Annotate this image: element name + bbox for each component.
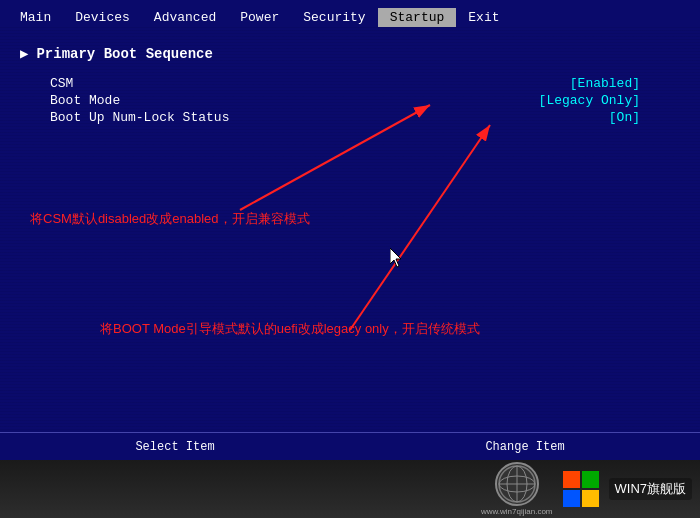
taskbar: www.win7qijian.com WIN7旗舰版 <box>0 460 700 518</box>
win-logo-yellow <box>582 490 599 507</box>
setting-value-numlock: [On] <box>609 110 640 125</box>
annotation-bottom: 将BOOT Mode引导模式默认的uefi改成legacy only，开启传统模… <box>100 320 480 338</box>
setting-label-numlock: Boot Up Num-Lock Status <box>50 110 229 125</box>
mouse-cursor <box>390 248 406 273</box>
globe-icon: www.win7qijian.com <box>481 462 553 516</box>
section-title: Primary Boot Sequence <box>36 46 212 62</box>
win-logo-blue <box>563 490 580 507</box>
annotation-left: 将CSM默认disabled改成enabled，开启兼容模式 <box>30 210 310 228</box>
website-url: www.win7qijian.com <box>481 507 553 516</box>
setting-label-csm: CSM <box>50 76 73 91</box>
setting-row-bootmode[interactable]: Boot Mode [Legacy Only] <box>50 93 680 108</box>
setting-row-csm[interactable]: CSM [Enabled] <box>50 76 680 91</box>
win7-badge: WIN7旗舰版 <box>609 478 693 500</box>
setting-label-bootmode: Boot Mode <box>50 93 120 108</box>
menu-item-advanced[interactable]: Advanced <box>142 8 228 27</box>
globe-graphic <box>495 462 539 506</box>
svg-line-2 <box>350 125 490 330</box>
menu-item-security[interactable]: Security <box>291 8 377 27</box>
bios-bottom-select: Select Item <box>135 440 214 454</box>
triangle-icon: ▶ <box>20 45 28 62</box>
svg-marker-3 <box>390 248 401 267</box>
bios-bottom-change: Change Item <box>485 440 564 454</box>
taskbar-right: www.win7qijian.com WIN7旗舰版 <box>481 462 692 516</box>
setting-value-bootmode: [Legacy Only] <box>539 93 640 108</box>
menu-bar: Main Devices Advanced Power Security Sta… <box>0 0 700 27</box>
win-logo-red <box>563 471 580 488</box>
win-logo-green <box>582 471 599 488</box>
section-header: ▶ Primary Boot Sequence <box>20 45 680 62</box>
menu-item-main[interactable]: Main <box>8 8 63 27</box>
setting-value-csm: [Enabled] <box>570 76 640 91</box>
settings-list: CSM [Enabled] Boot Mode [Legacy Only] Bo… <box>20 76 680 125</box>
setting-row-numlock[interactable]: Boot Up Num-Lock Status [On] <box>50 110 680 125</box>
menu-item-exit[interactable]: Exit <box>456 8 511 27</box>
bios-content: ▶ Primary Boot Sequence CSM [Enabled] Bo… <box>0 27 700 125</box>
menu-items: Main Devices Advanced Power Security Sta… <box>0 8 512 27</box>
menu-item-devices[interactable]: Devices <box>63 8 142 27</box>
bios-bottom-bar: Select Item Change Item <box>0 432 700 460</box>
windows-logo <box>563 471 599 507</box>
bios-screen: Lenovo BIOS Setup Utility Main Devices A… <box>0 0 700 460</box>
menu-item-startup[interactable]: Startup <box>378 8 457 27</box>
menu-item-power[interactable]: Power <box>228 8 291 27</box>
